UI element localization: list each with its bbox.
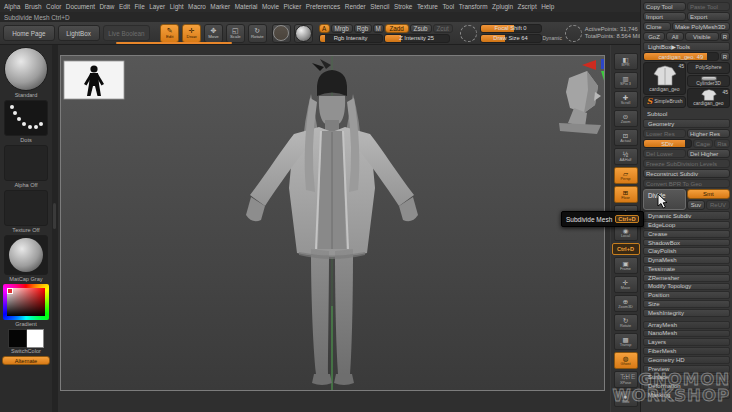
canvas-viewport[interactable] <box>58 45 610 412</box>
tool-r-button[interactable]: R <box>720 52 730 61</box>
draw-button[interactable]: ✛ Draw <box>182 24 201 43</box>
focal-shift-slider[interactable]: Focal Shift 0 <box>480 24 542 33</box>
section-crease[interactable]: Crease <box>643 230 730 238</box>
export-button[interactable]: Export <box>687 12 730 21</box>
color-swatches[interactable] <box>8 329 44 347</box>
mrgb-toggle[interactable]: Mrgb <box>331 24 353 33</box>
paste-tool-button[interactable]: Paste Tool <box>687 2 730 11</box>
section-position[interactable]: Position <box>643 291 730 299</box>
menu-marker[interactable]: Marker <box>210 3 230 10</box>
section-edgeloop[interactable]: EdgeLoop <box>643 221 730 229</box>
standard-brush-icon[interactable] <box>4 47 48 91</box>
clone-button[interactable]: Clone <box>643 22 671 31</box>
actual-button[interactable]: ⊡Actual <box>614 129 638 146</box>
section-size[interactable]: Size <box>643 300 730 308</box>
rotate-view-button[interactable]: ↻Rotate <box>614 314 638 331</box>
menu-render[interactable]: Render <box>345 3 366 10</box>
section-layers[interactable]: Layers <box>643 338 730 346</box>
menu-light[interactable]: Light <box>170 3 184 10</box>
section-masking[interactable]: Masking <box>643 391 730 399</box>
menu-color[interactable]: Color <box>46 3 61 10</box>
zcut-toggle[interactable]: Zcut <box>433 24 453 33</box>
alternate-button[interactable]: Alternate <box>2 356 50 365</box>
dynamic-mode-label[interactable]: Dynamic <box>543 35 562 42</box>
menu-alpha[interactable]: Alpha <box>4 3 20 10</box>
aahalf-button[interactable]: ½AAHalf <box>614 148 638 165</box>
menu-material[interactable]: Material <box>235 3 258 10</box>
menu-layer[interactable]: Layer <box>149 3 165 10</box>
convert-bpr-button[interactable]: Convert BPR To Geo <box>643 179 730 188</box>
cage-button[interactable]: Cage <box>693 139 713 148</box>
del-higher-button[interactable]: Del Higher <box>687 149 730 158</box>
zoom-button[interactable]: ⊙Zoom <box>614 110 638 127</box>
stroke-selector[interactable]: Dots <box>4 100 48 143</box>
subtool-section-header[interactable]: Subtool <box>643 109 730 118</box>
section-dynamesh[interactable]: DynaMesh <box>643 256 730 264</box>
menu-stroke[interactable]: Stroke <box>394 3 412 10</box>
texture-selector[interactable]: Texture Off <box>4 190 48 233</box>
dots-stroke-icon[interactable] <box>4 100 48 136</box>
edit-button[interactable]: ✎ Edit <box>160 24 179 43</box>
switch-color[interactable]: SwitchColor <box>8 329 44 354</box>
active-tool-thumbnail[interactable]: 45 cardigan_geo <box>643 62 686 95</box>
bpr-button[interactable]: ◧BPR <box>614 53 638 70</box>
scroll-button[interactable]: ✚Scroll <box>614 91 638 108</box>
planes-head-bust[interactable] <box>559 71 601 134</box>
suv-toggle[interactable]: Suv <box>687 200 705 210</box>
frame-button[interactable]: ▣Frame <box>614 257 638 274</box>
section-fibermesh[interactable]: FiberMesh <box>643 347 730 355</box>
color-picker[interactable]: Gradient <box>3 284 49 327</box>
brush-selector[interactable]: Standard <box>4 47 48 98</box>
section-deformation[interactable]: Deformation <box>643 382 730 390</box>
menu-zplugin[interactable]: Zplugin <box>492 3 513 10</box>
sdiv-slider[interactable]: SDiv <box>643 139 692 148</box>
rgb-intensity-slider[interactable]: Rgb Intensity <box>319 34 383 43</box>
move-button[interactable]: ✥ Move <box>204 24 223 43</box>
current-brush-button[interactable] <box>272 24 291 43</box>
ghost-button[interactable]: ◍Ghost <box>614 352 638 369</box>
menu-draw[interactable]: Draw <box>99 3 114 10</box>
menu-stencil[interactable]: Stencil <box>370 3 389 10</box>
section-modify-topology[interactable]: Modify Topology <box>643 283 730 291</box>
menu-picker[interactable]: Picker <box>284 3 302 10</box>
persp-button[interactable]: ▱Persp <box>614 167 638 184</box>
alpha-selector[interactable]: Alpha Off <box>4 145 48 188</box>
section-claypolish[interactable]: ClayPolish <box>643 247 730 255</box>
freeze-subdivision-button[interactable]: Freeze SubDivision Levels <box>643 159 730 168</box>
m-toggle[interactable]: M <box>373 24 384 33</box>
import-button[interactable]: Import <box>643 12 686 21</box>
goz-button[interactable]: GoZ <box>643 32 665 41</box>
z-intensity-slider[interactable]: Z Intensity 25 <box>384 34 450 43</box>
goz-all-button[interactable]: All <box>666 32 684 41</box>
menu-zscript[interactable]: Zscript <box>517 3 536 10</box>
active-tool-slider[interactable]: cardigan_geo. 49 <box>643 52 719 61</box>
section-tessimate[interactable]: Tessimate <box>643 265 730 273</box>
main-color-swatch[interactable] <box>8 329 27 348</box>
zoom3d-button[interactable]: ⊕Zoom3D <box>614 295 638 312</box>
menu-file[interactable]: File <box>134 3 144 10</box>
reference-silhouette-image[interactable] <box>64 61 124 99</box>
menu-macro[interactable]: Macro <box>188 3 206 10</box>
spix-button[interactable]: ▥SPix 3 <box>614 72 638 89</box>
menu-document[interactable]: Document <box>66 3 95 10</box>
current-material-button[interactable] <box>294 24 313 43</box>
menu-brush[interactable]: Brush <box>25 3 42 10</box>
scale-button[interactable]: ◱ Scale <box>226 24 245 43</box>
menu-transform[interactable]: Transform <box>459 3 488 10</box>
rotate-button[interactable]: ↻ Rotate <box>248 24 267 43</box>
menu-movie[interactable]: Movie <box>262 3 279 10</box>
lightbox-tools-bar[interactable]: LightBox▶Tools <box>643 42 730 51</box>
color-picker-gradient[interactable] <box>3 284 49 320</box>
geometry-section-header[interactable]: Geometry <box>643 119 730 128</box>
gradient-label[interactable]: Gradient <box>15 321 36 327</box>
lightbox-button[interactable]: LightBox <box>58 25 100 41</box>
move-view-button[interactable]: ✛Move <box>614 276 638 293</box>
zsub-toggle[interactable]: Zsub <box>410 24 432 33</box>
floor-button[interactable]: ⊞Floor <box>614 186 638 203</box>
menu-texture[interactable]: Texture <box>417 3 438 10</box>
goz-visible-button[interactable]: Visible <box>685 32 719 41</box>
menu-help[interactable]: Help <box>541 3 554 10</box>
menu-edit[interactable]: Edit <box>119 3 130 10</box>
reconstruct-subdiv-button[interactable]: Reconstruct Subdiv <box>643 169 730 178</box>
section-geometry-hd[interactable]: Geometry HD <box>643 356 730 364</box>
